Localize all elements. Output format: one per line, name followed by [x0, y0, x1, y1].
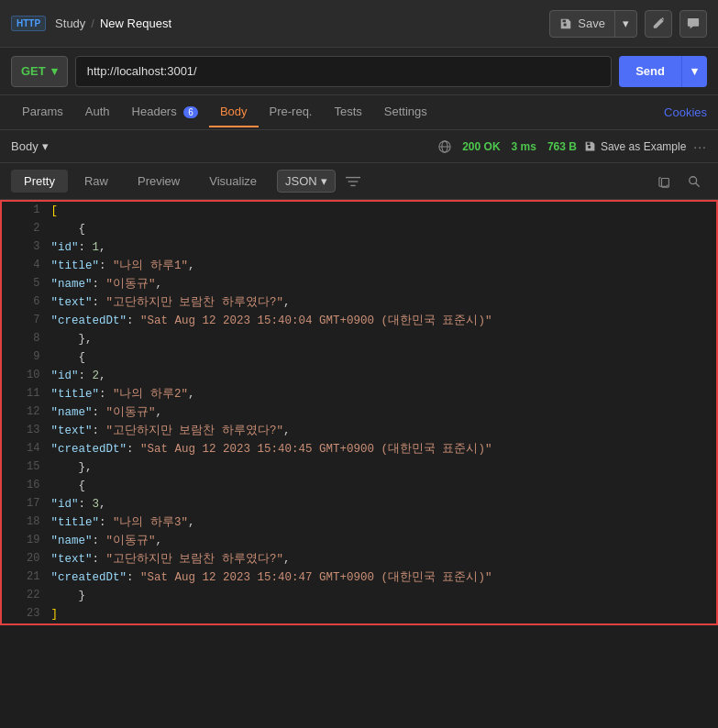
url-bar: GET ▾ Send ▾ [0, 48, 718, 95]
edit-icon-button[interactable] [645, 10, 672, 38]
table-row: 3"id": 1, [2, 238, 716, 257]
headers-badge: 6 [183, 106, 198, 118]
line-number: 15 [2, 458, 50, 477]
tab-headers[interactable]: Headers 6 [121, 97, 209, 127]
key-token: "createdDt" [50, 571, 127, 584]
search-icon-button[interactable] [681, 169, 707, 194]
code-area[interactable]: 1[2 {3"id": 1,4"title": "나의 하루1",5"name"… [0, 200, 718, 625]
key-token: "name" [50, 278, 92, 291]
punct-token: : [92, 535, 105, 547]
table-row: 16 { [2, 477, 716, 495]
line-code: "createdDt": "Sat Aug 12 2023 15:40:47 G… [50, 568, 716, 587]
bracket-token: [ [50, 204, 58, 217]
string-token: "고단하지만 보람찬 하루였다?" [105, 425, 283, 437]
save-example-icon [584, 140, 596, 152]
tab-prereq[interactable]: Pre-req. [259, 97, 324, 127]
copy-icon-button[interactable] [652, 169, 678, 194]
string-token: "Sat Aug 12 2023 15:40:04 GMT+0900 (대한민국… [140, 314, 492, 327]
view-tab-visualize[interactable]: Visualize [196, 170, 270, 193]
filter-icon [346, 175, 360, 188]
line-number: 8 [2, 330, 50, 348]
body-select[interactable]: Body ▾ [11, 139, 49, 153]
punct-token: , [188, 516, 195, 529]
save-arrow[interactable]: ▾ [615, 11, 636, 37]
punct-token: : [78, 241, 92, 254]
string-token: "Sat Aug 12 2023 15:40:47 GMT+0900 (대한민국… [140, 571, 492, 584]
line-code: "createdDt": "Sat Aug 12 2023 15:40:45 G… [50, 440, 716, 458]
tab-auth[interactable]: Auth [74, 97, 121, 127]
line-code: "title": "나의 하루3", [50, 513, 716, 532]
table-row: 17"id": 3, [2, 495, 716, 513]
table-row: 5"name": "이동규", [2, 275, 716, 293]
tab-params[interactable]: Params [11, 97, 74, 127]
table-row: 1[ [2, 202, 716, 220]
punct-token: : [99, 259, 113, 272]
tabs-row: Params Auth Headers 6 Body Pre-req. Test… [0, 95, 718, 130]
filter-icon-button[interactable] [339, 169, 367, 194]
save-example-button[interactable]: Save as Example [584, 140, 686, 153]
status-code: 200 OK [462, 140, 500, 153]
punct-token: , [188, 259, 195, 272]
view-tabs-row: Pretty Raw Preview Visualize JSON ▾ [0, 163, 718, 200]
view-tab-raw[interactable]: Raw [72, 170, 121, 193]
line-code: ] [50, 605, 716, 623]
cookies-link[interactable]: Cookies [664, 105, 707, 119]
comment-icon-button[interactable] [679, 10, 707, 38]
punct-token: , [99, 370, 106, 382]
save-button-main[interactable]: Save [550, 11, 615, 37]
table-row: 4"title": "나의 하루1", [2, 257, 716, 275]
format-select[interactable]: JSON ▾ [277, 170, 336, 193]
method-label: GET [21, 64, 46, 78]
view-tab-pretty[interactable]: Pretty [11, 170, 68, 193]
more-options-button[interactable]: ··· [693, 139, 707, 154]
punct-token: : [92, 296, 105, 309]
punct-token: { [50, 480, 85, 492]
line-code: { [50, 348, 716, 367]
number-token: 1 [92, 241, 99, 254]
send-button-arrow[interactable]: ▾ [682, 56, 707, 87]
table-row: 2 { [2, 220, 716, 238]
line-number: 7 [2, 312, 50, 330]
table-row: 11"title": "나의 하루2", [2, 385, 716, 403]
line-number: 11 [2, 385, 50, 403]
punct-token: , [283, 425, 291, 437]
line-number: 1 [2, 202, 50, 220]
send-button[interactable]: Send ▾ [619, 56, 707, 87]
line-number: 12 [2, 403, 50, 422]
key-token: "id" [50, 241, 78, 254]
punct-token: { [50, 351, 85, 364]
tab-tests[interactable]: Tests [323, 97, 372, 127]
search-icon [688, 175, 701, 188]
tab-settings[interactable]: Settings [373, 97, 438, 127]
send-button-main[interactable]: Send [619, 56, 682, 87]
string-token: "이동규" [105, 406, 155, 419]
number-token: 2 [92, 370, 99, 382]
number-token: 3 [92, 498, 99, 511]
line-code: "name": "이동규", [50, 275, 716, 293]
key-token: "text" [50, 553, 92, 566]
line-code: }, [50, 458, 716, 477]
url-input[interactable] [75, 56, 612, 87]
tab-body[interactable]: Body [209, 97, 259, 127]
line-code: "name": "이동규", [50, 403, 716, 422]
string-token: "Sat Aug 12 2023 15:40:45 GMT+0900 (대한민국… [140, 443, 492, 456]
table-row: 8 }, [2, 330, 716, 348]
string-token: "나의 하루3" [113, 516, 188, 529]
line-code: "id": 3, [50, 495, 716, 513]
punct-token: { [50, 223, 85, 236]
save-icon [559, 17, 572, 30]
current-page-title: New Request [100, 17, 171, 30]
table-row: 15 }, [2, 458, 716, 477]
save-button[interactable]: Save ▾ [549, 10, 637, 38]
code-table: 1[2 {3"id": 1,4"title": "나의 하루1",5"name"… [2, 202, 716, 623]
punct-token: , [155, 535, 162, 547]
view-tab-preview[interactable]: Preview [125, 170, 193, 193]
table-row: 12"name": "이동규", [2, 403, 716, 422]
headers-label: Headers [132, 105, 177, 118]
key-token: "name" [50, 406, 92, 419]
punct-token: , [155, 278, 162, 291]
study-link[interactable]: Study [55, 17, 85, 30]
table-row: 9 { [2, 348, 716, 367]
punct-token: : [78, 498, 92, 511]
method-select[interactable]: GET ▾ [11, 56, 68, 87]
